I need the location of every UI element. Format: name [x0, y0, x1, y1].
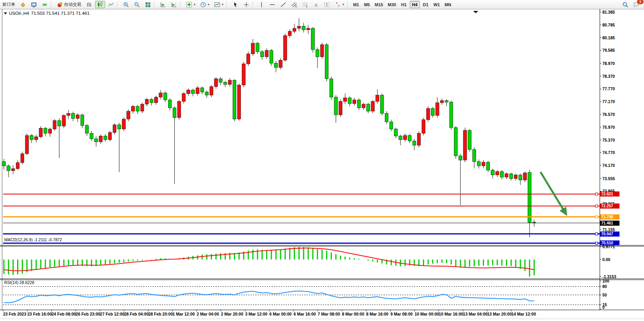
candle: [334, 97, 338, 115]
timeframe-h4-button[interactable]: H4: [410, 1, 420, 8]
candle: [463, 130, 467, 160]
timeframe-m1-button[interactable]: M1: [351, 1, 361, 8]
label-icon: T: [324, 2, 330, 8]
timeframe-group: M1M5M15M30H1H4D1W1MN: [351, 0, 453, 9]
trendline-button[interactable]: [278, 1, 288, 8]
price-axis-tick-label: 76.570: [602, 112, 615, 117]
symbol-dropdown-icon[interactable]: [4, 12, 7, 14]
timeframe-mn-button[interactable]: MN: [442, 1, 453, 8]
time-axis-strip[interactable]: [0, 318, 644, 321]
indicators-button[interactable]: ▾: [184, 1, 197, 8]
candlestick-button[interactable]: [95, 1, 105, 8]
label-button[interactable]: T: [322, 1, 332, 8]
periods-button[interactable]: ▾: [198, 1, 211, 8]
candle: [307, 28, 310, 30]
rsi-scale-label: 100: [602, 279, 609, 283]
timeframe-d1-button[interactable]: D1: [421, 1, 431, 8]
price-tag-72.257: 72.257: [600, 203, 619, 209]
svg-text:A: A: [314, 2, 318, 7]
line-chart-button[interactable]: [106, 1, 116, 8]
timeframe-m15-button[interactable]: M15: [373, 1, 385, 8]
zoom-out-button[interactable]: [132, 1, 142, 8]
auto-trading-button[interactable]: 自动交易: [55, 1, 83, 8]
candle: [279, 60, 283, 68]
candle: [187, 90, 190, 93]
terminal-button[interactable]: [29, 1, 39, 8]
time-axis-label: 28 Feb 20:00: [148, 312, 173, 316]
candle: [67, 113, 70, 115]
order-history-button[interactable]: [18, 1, 28, 8]
candle: [233, 80, 236, 119]
price-axis-tick-label: 78.370: [602, 74, 615, 79]
candle: [159, 93, 163, 97]
candle: [316, 49, 319, 57]
notification-badge: 1: [637, 0, 644, 4]
candle: [500, 172, 504, 177]
hline-button[interactable]: [267, 1, 277, 8]
fibonacci-button[interactable]: F: [300, 1, 310, 8]
candle: [62, 116, 66, 126]
toolbar-separator: [51, 2, 54, 8]
candle: [436, 103, 439, 116]
zoom-in-icon: [123, 2, 129, 8]
candle: [408, 135, 412, 141]
crosshair-button[interactable]: [241, 1, 251, 8]
time-axis-label: 1 Mar 12:00: [172, 312, 195, 316]
trend-arrow-line[interactable]: [540, 172, 564, 211]
vline-button[interactable]: [256, 1, 267, 8]
candle: [177, 102, 181, 118]
new-order-label: 新订单: [2, 2, 15, 7]
candle: [11, 168, 15, 170]
auto-scroll-icon: [160, 2, 166, 8]
text-button[interactable]: A: [311, 1, 321, 8]
chart-shift-button[interactable]: [169, 1, 179, 8]
cursor-button[interactable]: [230, 1, 240, 8]
time-axis-label: 2 Mar 20:00: [221, 312, 243, 316]
channel-button[interactable]: E: [289, 1, 299, 8]
chart-shift-icon: [171, 2, 177, 8]
tile-windows-button[interactable]: [143, 1, 153, 8]
auto-trading-label: 自动交易: [64, 2, 81, 7]
chart-area[interactable]: USOil-,H4 71.503 71.541 71.371 71.461 MA…: [0, 9, 644, 321]
price-axis-tick-label: 74.770: [602, 150, 615, 155]
candle: [311, 28, 315, 50]
auto-trading-icon: [57, 2, 63, 8]
candle: [380, 95, 384, 113]
search-icon: [622, 2, 628, 8]
signals-button[interactable]: [40, 1, 50, 8]
price-axis-tick-label: 81.385: [602, 10, 615, 14]
timeframe-w1-button[interactable]: W1: [432, 1, 442, 8]
candle: [53, 121, 56, 129]
price-axis-tick-label: 77.770: [602, 86, 615, 91]
toolbar-separator: [226, 2, 229, 8]
notifications-button[interactable]: 1: [631, 1, 641, 8]
zoom-in-button[interactable]: [121, 1, 131, 8]
auto-scroll-button[interactable]: [158, 1, 168, 8]
channel-icon: E: [291, 2, 297, 8]
search-button[interactable]: [620, 1, 630, 8]
candle: [205, 92, 209, 95]
dropdown-caret-icon: ▾: [342, 3, 344, 6]
candle: [122, 119, 126, 129]
rsi-scale-label: 80: [602, 284, 607, 289]
candle: [449, 102, 453, 128]
tile-windows-icon: [145, 2, 151, 8]
rsi-scale-label: 50: [602, 293, 607, 297]
arrows-button[interactable]: ▾: [333, 1, 346, 8]
candle: [394, 129, 398, 136]
candle: [477, 161, 481, 166]
new-order-button[interactable]: 新订单: [0, 1, 17, 8]
candle: [376, 95, 379, 101]
candle: [390, 122, 393, 129]
arrows-icon: [335, 2, 341, 8]
price-line-handle: [595, 242, 598, 244]
bar-chart-button[interactable]: [84, 1, 94, 8]
timeframe-m5-button[interactable]: M5: [362, 1, 372, 8]
timeframe-m30-button[interactable]: M30: [386, 1, 398, 8]
templates-button[interactable]: ▾: [212, 1, 225, 8]
candle: [85, 125, 89, 133]
scroll-to-end-icon[interactable]: [473, 11, 478, 13]
candle: [196, 88, 199, 94]
candle: [127, 111, 130, 119]
timeframe-h1-button[interactable]: H1: [399, 1, 409, 8]
